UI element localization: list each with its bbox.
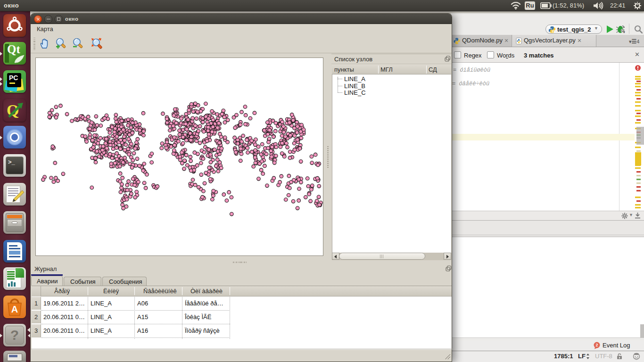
svg-text:2: 2 [595, 343, 598, 347]
svg-text:2: 2 [623, 31, 625, 33]
svg-text:2: 2 [552, 30, 553, 33]
svg-text:A: A [11, 304, 18, 314]
